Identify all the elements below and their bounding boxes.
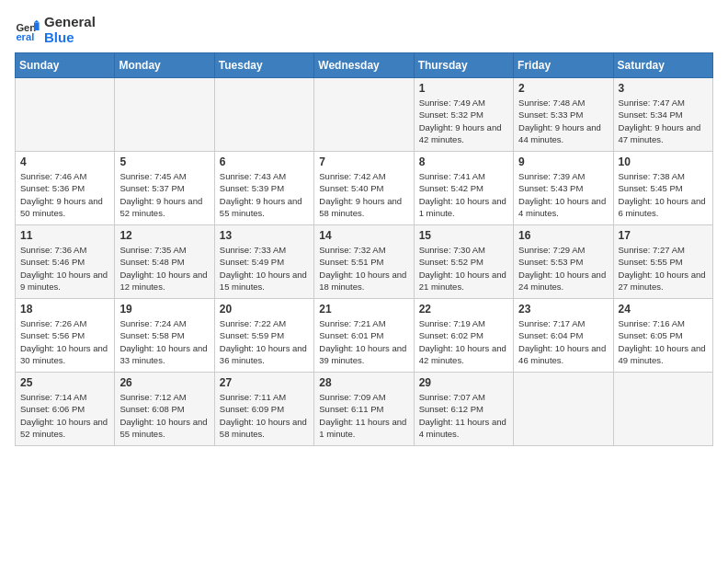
logo: Gen eral General Blue [15,15,96,45]
logo-icon: Gen eral [15,17,40,43]
day-number: 14 [319,229,408,242]
day-number: 24 [619,303,708,316]
day-number: 3 [619,82,708,95]
calendar-cell: 7Sunrise: 7:42 AM Sunset: 5:40 PM Daylig… [314,152,414,225]
day-number: 21 [319,303,408,316]
day-number: 12 [119,229,209,242]
day-number: 26 [119,376,209,389]
logo-text-general: General [44,15,96,30]
day-info: Sunrise: 7:47 AM Sunset: 5:34 PM Dayligh… [619,97,708,145]
day-info: Sunrise: 7:38 AM Sunset: 5:45 PM Dayligh… [619,170,708,219]
calendar-cell: 24Sunrise: 7:16 AM Sunset: 6:05 PM Dayli… [613,299,712,373]
day-info: Sunrise: 7:09 AM Sunset: 6:11 PM Dayligh… [319,391,408,440]
day-number: 18 [20,303,109,316]
calendar-cell: 12Sunrise: 7:35 AM Sunset: 5:48 PM Dayli… [115,225,214,299]
svg-marker-3 [34,19,40,22]
day-header-friday: Friday [514,53,613,78]
calendar-cell: 18Sunrise: 7:26 AM Sunset: 5:56 PM Dayli… [16,299,115,373]
day-info: Sunrise: 7:27 AM Sunset: 5:55 PM Dayligh… [619,244,708,293]
day-info: Sunrise: 7:32 AM Sunset: 5:51 PM Dayligh… [319,244,408,293]
day-info: Sunrise: 7:22 AM Sunset: 5:59 PM Dayligh… [220,317,309,366]
day-info: Sunrise: 7:19 AM Sunset: 6:02 PM Dayligh… [419,317,508,366]
day-number: 13 [220,229,309,242]
day-info: Sunrise: 7:30 AM Sunset: 5:52 PM Dayligh… [419,244,508,293]
day-header-saturday: Saturday [613,53,712,78]
day-info: Sunrise: 7:29 AM Sunset: 5:53 PM Dayligh… [518,244,608,293]
day-info: Sunrise: 7:21 AM Sunset: 6:01 PM Dayligh… [319,317,408,366]
day-info: Sunrise: 7:12 AM Sunset: 6:08 PM Dayligh… [119,391,209,440]
day-number: 22 [419,303,508,316]
header: Gen eral General Blue [15,15,713,45]
calendar-cell: 20Sunrise: 7:22 AM Sunset: 5:59 PM Dayli… [214,299,313,373]
day-info: Sunrise: 7:42 AM Sunset: 5:40 PM Dayligh… [319,170,408,219]
day-number: 15 [419,229,508,242]
svg-text:eral: eral [16,31,34,42]
day-number: 27 [220,376,309,389]
day-number: 11 [20,229,109,242]
calendar-cell [115,78,214,152]
calendar-cell: 9Sunrise: 7:39 AM Sunset: 5:43 PM Daylig… [514,152,613,225]
calendar-cell: 22Sunrise: 7:19 AM Sunset: 6:02 PM Dayli… [414,299,513,373]
day-header-wednesday: Wednesday [314,53,414,78]
day-number: 1 [419,82,508,95]
calendar-cell: 17Sunrise: 7:27 AM Sunset: 5:55 PM Dayli… [613,225,712,299]
day-info: Sunrise: 7:16 AM Sunset: 6:05 PM Dayligh… [619,317,708,366]
calendar-table: SundayMondayTuesdayWednesdayThursdayFrid… [15,52,713,446]
day-number: 10 [619,155,708,168]
logo-text-blue: Blue [44,30,96,46]
day-number: 29 [419,376,508,389]
day-info: Sunrise: 7:26 AM Sunset: 5:56 PM Dayligh… [20,317,109,366]
day-info: Sunrise: 7:36 AM Sunset: 5:46 PM Dayligh… [20,244,109,293]
calendar-cell: 8Sunrise: 7:41 AM Sunset: 5:42 PM Daylig… [414,152,513,225]
day-info: Sunrise: 7:07 AM Sunset: 6:12 PM Dayligh… [419,391,508,440]
calendar-cell: 16Sunrise: 7:29 AM Sunset: 5:53 PM Dayli… [514,225,613,299]
day-info: Sunrise: 7:14 AM Sunset: 6:06 PM Dayligh… [20,391,109,440]
day-number: 23 [518,303,608,316]
calendar-cell: 15Sunrise: 7:30 AM Sunset: 5:52 PM Dayli… [414,225,513,299]
day-info: Sunrise: 7:49 AM Sunset: 5:32 PM Dayligh… [419,97,508,145]
calendar-cell: 2Sunrise: 7:48 AM Sunset: 5:33 PM Daylig… [514,78,613,152]
day-number: 16 [518,229,608,242]
day-header-sunday: Sunday [16,53,115,78]
calendar-cell [314,78,414,152]
day-info: Sunrise: 7:33 AM Sunset: 5:49 PM Dayligh… [220,244,309,293]
day-info: Sunrise: 7:11 AM Sunset: 6:09 PM Dayligh… [220,391,309,440]
day-header-monday: Monday [115,53,214,78]
day-info: Sunrise: 7:24 AM Sunset: 5:58 PM Dayligh… [119,317,209,366]
calendar-cell [613,373,712,446]
day-number: 19 [119,303,209,316]
day-number: 28 [319,376,408,389]
calendar-cell: 10Sunrise: 7:38 AM Sunset: 5:45 PM Dayli… [613,152,712,225]
calendar-cell: 3Sunrise: 7:47 AM Sunset: 5:34 PM Daylig… [613,78,712,152]
day-number: 17 [619,229,708,242]
day-number: 5 [119,155,209,168]
calendar-cell: 11Sunrise: 7:36 AM Sunset: 5:46 PM Dayli… [16,225,115,299]
day-number: 25 [20,376,109,389]
calendar-cell: 21Sunrise: 7:21 AM Sunset: 6:01 PM Dayli… [314,299,414,373]
calendar-cell: 29Sunrise: 7:07 AM Sunset: 6:12 PM Dayli… [414,373,513,446]
day-number: 4 [20,155,109,168]
day-info: Sunrise: 7:43 AM Sunset: 5:39 PM Dayligh… [220,170,309,219]
calendar-cell: 1Sunrise: 7:49 AM Sunset: 5:32 PM Daylig… [414,78,513,152]
day-number: 9 [518,155,608,168]
calendar-cell: 23Sunrise: 7:17 AM Sunset: 6:04 PM Dayli… [514,299,613,373]
day-number: 6 [220,155,309,168]
day-number: 20 [220,303,309,316]
day-header-thursday: Thursday [414,53,513,78]
day-info: Sunrise: 7:17 AM Sunset: 6:04 PM Dayligh… [518,317,608,366]
calendar-cell: 13Sunrise: 7:33 AM Sunset: 5:49 PM Dayli… [214,225,313,299]
calendar-cell [16,78,115,152]
calendar-cell: 14Sunrise: 7:32 AM Sunset: 5:51 PM Dayli… [314,225,414,299]
calendar-cell: 6Sunrise: 7:43 AM Sunset: 5:39 PM Daylig… [214,152,313,225]
calendar-cell: 27Sunrise: 7:11 AM Sunset: 6:09 PM Dayli… [214,373,313,446]
calendar-cell: 28Sunrise: 7:09 AM Sunset: 6:11 PM Dayli… [314,373,414,446]
calendar-cell [214,78,313,152]
day-info: Sunrise: 7:48 AM Sunset: 5:33 PM Dayligh… [518,97,608,145]
calendar-cell: 4Sunrise: 7:46 AM Sunset: 5:36 PM Daylig… [16,152,115,225]
calendar-cell: 25Sunrise: 7:14 AM Sunset: 6:06 PM Dayli… [16,373,115,446]
day-header-tuesday: Tuesday [214,53,313,78]
day-number: 8 [419,155,508,168]
calendar-cell: 19Sunrise: 7:24 AM Sunset: 5:58 PM Dayli… [115,299,214,373]
day-number: 7 [319,155,408,168]
day-info: Sunrise: 7:41 AM Sunset: 5:42 PM Dayligh… [419,170,508,219]
